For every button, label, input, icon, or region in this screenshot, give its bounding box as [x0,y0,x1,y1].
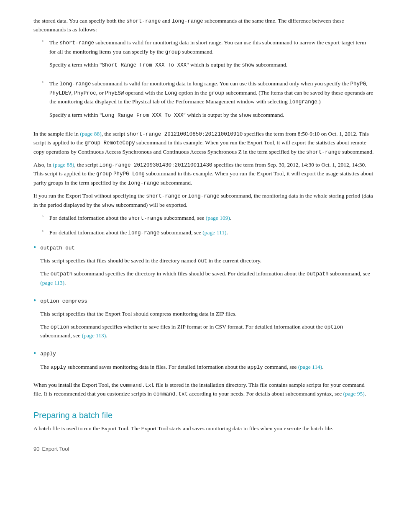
sub-bullet-circle-2: ° [42,81,45,85]
short-range-code-1: short-range [126,18,161,24]
bullet-dot-option: • [33,296,36,306]
outpath-para1: This script specifies that files should … [40,257,374,265]
intro-paragraph: the stored data. You can specify both th… [33,17,374,34]
long-range-script-code: long-range 201209301430:201210011430 [100,162,212,168]
command-txt-code: command.txt [120,383,155,388]
sub-bullet-circle-4: ° [42,230,45,234]
short-range-para1: The short-range subcommand is valid for … [49,39,374,57]
apply-code-inline2: apply [247,365,263,370]
long-range-code-inline: long-range [59,81,91,87]
show-code-body3: show [102,203,114,208]
short-range-script-code: short-range 201210010850:201210010910 [127,131,243,137]
phyldev-code: PhyLDEV [49,90,72,96]
main-bullet-list: • outpath out This script specifies that… [33,244,374,376]
page111-link[interactable]: (page 111) [202,229,226,236]
long-range-code-body3: long-range [188,193,220,199]
page109-link[interactable]: (page 109) [206,215,230,221]
closing-para: When you install the Export Tool, the co… [33,381,374,399]
footer-label: Export Tool [42,446,69,452]
long-range-code-detail: long-range [128,230,160,236]
page113-link-1[interactable]: (page 113) [40,280,64,286]
bullet-dot-outpath: • [33,242,36,253]
short-range-code-detail: short-range [128,216,163,221]
long-range-term-code: Long Range From XXX To XXX [102,113,183,118]
sub-bullet-circle-1: ° [42,40,45,44]
short-range-code-body3: short-range [146,193,181,199]
detail-short-range-content: For detailed information about the short… [49,214,374,223]
option-bullet: • option compress This script specifies … [33,297,374,345]
page95-link[interactable]: (page 95) [343,391,365,397]
page88-link-2[interactable]: (page 88) [53,162,74,168]
long-code-1: Long [165,90,177,96]
outpath-content: outpath out This script specifies that f… [40,244,374,292]
page114-link[interactable]: (page 114) [298,364,322,370]
long-range-item: ° The long-range subcommand is valid for… [42,80,374,124]
longrange-code: longrange [289,99,317,105]
outpath-out-code: outpath out [40,245,75,251]
outpath-code-line: outpath out [40,244,374,252]
short-range-code-inline: short-range [59,40,94,46]
long-range-para2: Specify a term within "Long Range From X… [49,111,374,120]
page-container: the stored data. You can specify both th… [0,0,399,469]
command-txt-code-2: command.txt [153,391,188,397]
long-range-content: The long-range subcommand is valid for m… [49,80,374,124]
apply-content: apply The apply subcommand saves monitor… [40,350,374,376]
detail-bullet-long-range: ° For detailed information about the lon… [42,229,374,237]
apply-para1: The apply subcommand saves monitoring da… [40,363,374,372]
long-range-para1: The long-range subcommand is valid for m… [49,80,374,106]
option-content: option compress This script specifies th… [40,297,374,345]
long-range-code-1: long-range [172,18,203,24]
footer: 90 Export Tool [33,446,374,452]
group-remotecopy-code: group RemoteCopy [85,140,135,146]
option-para2: The option subcommand specifies whether … [40,323,374,340]
short-range-code-body1: short-range [306,149,341,155]
apply-bullet: • apply The apply subcommand saves monit… [33,350,374,376]
short-range-term-code: Short Range From XXX To XXX [102,62,187,68]
out-code: out [198,258,207,264]
option-code-line: option compress [40,297,374,306]
bullet-dot-apply: • [33,348,36,359]
sub-bullet-circle-3: ° [42,215,45,220]
apply-code-line: apply [40,350,374,358]
outpath-code-inline: outpath [51,271,73,277]
group-code-2: group [209,90,225,96]
outpath-code-inline2: outpath [307,271,329,277]
page113-link-2[interactable]: (page 113) [82,332,106,339]
group-code-body2: group [96,171,112,177]
detail-bullet-short-range: ° For detailed information about the sho… [42,214,374,223]
short-range-item: ° The short-range subcommand is valid fo… [42,39,374,74]
short-range-content: The short-range subcommand is valid for … [49,39,374,74]
detail-long-range-content: For detailed information about the long-… [49,229,374,237]
short-range-para2: Specify a term within "Short Range From … [49,61,374,69]
option-code-inline2: option [324,324,343,330]
apply-code: apply [40,351,56,357]
body-para-1: In the sample file in (page 88), the scr… [33,130,374,157]
phypg-code: PhyPG [350,81,366,87]
apply-code-inline: apply [51,365,66,370]
group-code-1: group [165,49,181,55]
section-para: A batch file is used to run the Export T… [33,424,374,433]
option-compress-code: option compress [40,298,87,304]
phyesw-code: PhyESW [105,90,124,96]
show-code-2: show [239,113,251,118]
body-para-2: Also, in (page 88), the script long-rang… [33,161,374,188]
outpath-para2: The outpath subcommand specifies the dir… [40,270,374,287]
phypg-long-code: PhyPG Long [113,171,145,177]
outpath-bullet: • outpath out This script specifies that… [33,244,374,292]
body-para-3: If you run the Export Tool without speci… [33,192,374,210]
long-range-code-body2: long-range [128,180,159,186]
phyproc-code: PhyProc [74,90,96,96]
show-code-1: show [242,62,254,68]
detail-bullets-list: ° For detailed information about the sho… [33,214,374,238]
page-number: 90 [33,446,39,452]
section-heading: Preparing a batch file [33,411,374,420]
option-para1: This script specifies that the Export To… [40,310,374,319]
sub-bullet-list: ° The short-range subcommand is valid fo… [33,39,374,124]
option-code-inline: option [51,324,69,330]
page88-link-1[interactable]: (page 88) [80,131,101,137]
